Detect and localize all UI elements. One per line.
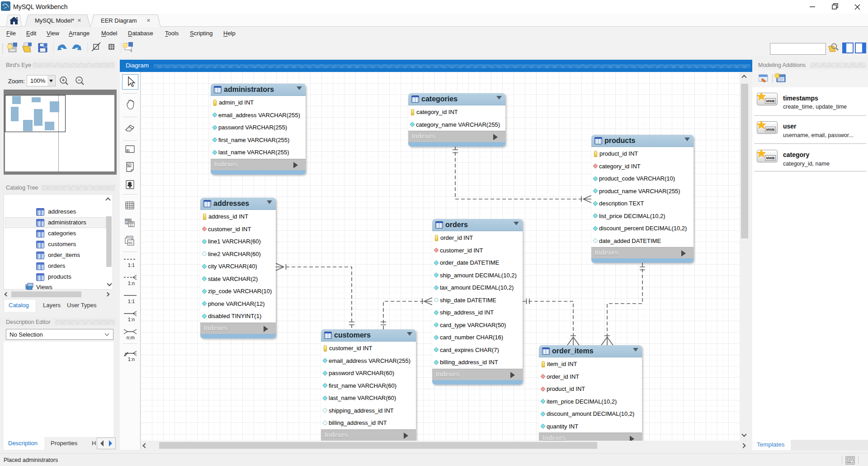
svg-text:PG: PG <box>128 242 132 244</box>
svg-text:N: N <box>128 164 130 167</box>
svg-text:L: L <box>127 149 129 152</box>
